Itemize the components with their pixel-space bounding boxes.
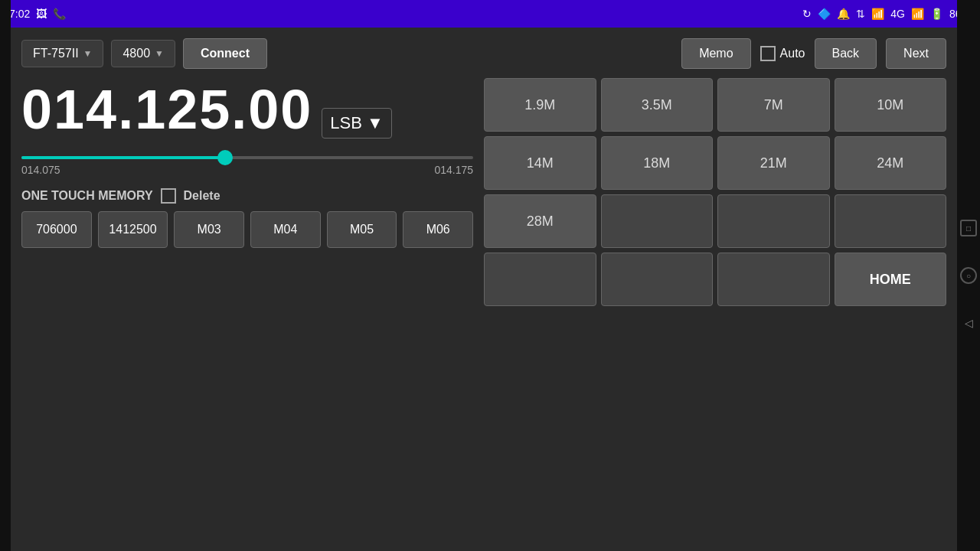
bell-icon: 🔔	[837, 8, 850, 20]
nav-square-button[interactable]: □	[960, 220, 977, 236]
band-button-21M[interactable]: 21M	[717, 136, 830, 190]
one-touch-text: ONE TOUCH MEMORY	[21, 189, 153, 203]
baud-dropdown-arrow: ▼	[155, 48, 164, 59]
band-grid: 1.9M3.5M7M10M14M18M21M24M28MHOME	[484, 78, 946, 306]
memo-button[interactable]: Memo	[681, 38, 750, 69]
slider-labels: 014.075 014.175	[21, 164, 473, 176]
band-button-28M[interactable]: 28M	[484, 194, 596, 248]
band-button-3.5M[interactable]: 3.5M	[601, 78, 714, 132]
band-button-18M[interactable]: 18M	[601, 136, 714, 190]
memory-button-5[interactable]: M06	[403, 211, 473, 248]
empty-band-14	[717, 253, 830, 306]
slider-min: 014.075	[21, 164, 60, 176]
band-button-7M[interactable]: 7M	[717, 78, 830, 132]
toolbar-right: Memo Auto Back Next	[681, 38, 946, 69]
status-bar: 7:02 🖼 📞 ↻ 🔷 🔔 ⇅ 📶 4G 📶 🔋 86%	[0, 0, 980, 28]
signal-bars-icon: 📶	[911, 8, 924, 20]
nav-back-button[interactable]: ◁	[960, 315, 977, 331]
baud-label: 4800	[122, 47, 150, 60]
auto-label[interactable]: Auto	[760, 46, 805, 61]
band-button-14M[interactable]: 14M	[484, 136, 596, 190]
band-button-24M[interactable]: 24M	[835, 136, 947, 190]
signal-label: 4G	[890, 8, 905, 20]
band-button-10M[interactable]: 10M	[835, 78, 947, 132]
mode-dropdown-arrow: ▼	[367, 113, 384, 133]
app-container: FT-757II ▼ 4800 ▼ Connect Memo Auto Back…	[11, 28, 957, 551]
main-content: 014.125.00 LSB ▼ 014.075 014.175	[21, 78, 946, 306]
memory-button-0[interactable]: 706000	[21, 211, 92, 248]
photo-icon: 🖼	[36, 8, 47, 20]
back-button[interactable]: Back	[815, 38, 877, 69]
status-right: ↻ 🔷 🔔 ⇅ 📶 4G 📶 🔋 86%	[802, 8, 971, 20]
battery-icon: 🔋	[930, 8, 943, 20]
bluetooth-icon: 🔷	[818, 8, 831, 20]
memory-button-4[interactable]: M05	[327, 211, 397, 248]
mode-dropdown[interactable]: LSB ▼	[322, 108, 391, 139]
slider-thumb[interactable]	[217, 150, 233, 165]
delete-checkbox[interactable]	[161, 188, 176, 204]
empty-band-12	[484, 253, 596, 306]
wifi-icon: 📶	[871, 8, 884, 20]
empty-band-10	[717, 194, 830, 248]
model-dropdown[interactable]: FT-757II ▼	[21, 40, 103, 67]
toolbar: FT-757II ▼ 4800 ▼ Connect Memo Auto Back…	[21, 38, 946, 69]
baud-dropdown[interactable]: 4800 ▼	[111, 40, 175, 67]
mode-label: LSB	[330, 113, 362, 133]
memory-button-1[interactable]: 1412500	[98, 211, 168, 248]
phone-icon: 📞	[53, 8, 66, 20]
left-panel: 014.125.00 LSB ▼ 014.075 014.175	[21, 78, 473, 306]
connect-button[interactable]: Connect	[183, 38, 267, 69]
status-time: 7:02	[9, 8, 30, 20]
model-dropdown-arrow: ▼	[83, 48, 93, 59]
nav-circle-button[interactable]: ○	[960, 267, 977, 284]
slider-container[interactable]: 014.075 014.175	[21, 156, 473, 176]
next-button[interactable]: Next	[886, 38, 946, 69]
auto-text: Auto	[780, 47, 805, 60]
band-button-1.9M[interactable]: 1.9M	[484, 78, 596, 132]
slider-max: 014.175	[434, 164, 473, 176]
slider-fill	[21, 156, 225, 159]
empty-band-11	[835, 194, 947, 248]
frequency-display: 014.125.00 LSB ▼	[21, 78, 473, 141]
one-touch-memory-label: ONE TOUCH MEMORY Delete	[21, 188, 473, 204]
empty-band-9	[601, 194, 714, 248]
slider-track	[21, 156, 473, 159]
arrows-icon: ⇅	[856, 8, 865, 20]
frequency-value: 014.125.00	[21, 78, 312, 141]
memory-button-3[interactable]: M04	[250, 211, 321, 248]
empty-band-13	[601, 253, 714, 306]
status-left: 7:02 🖼 📞	[9, 8, 66, 20]
delete-text: Delete	[184, 189, 220, 203]
home-button[interactable]: HOME	[835, 253, 947, 306]
refresh-icon: ↻	[802, 8, 812, 20]
right-border: □ ○ ◁	[957, 0, 980, 551]
left-border	[0, 0, 11, 551]
auto-checkbox[interactable]	[760, 46, 776, 61]
model-label: FT-757II	[33, 47, 79, 60]
memory-buttons: 7060001412500M03M04M05M06	[21, 211, 473, 248]
memory-button-2[interactable]: M03	[174, 211, 244, 248]
